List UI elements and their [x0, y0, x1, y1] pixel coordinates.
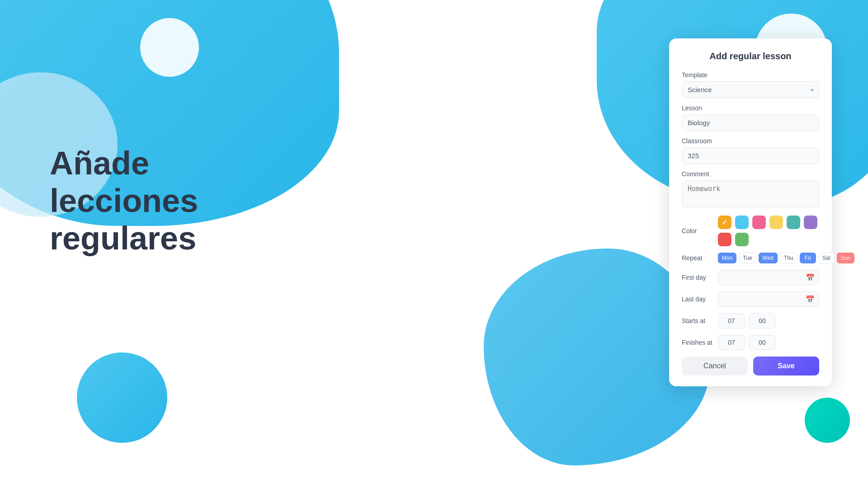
last-day-calendar-icon[interactable]: 📅 — [806, 295, 815, 304]
day-mon-button[interactable]: Mon — [718, 253, 736, 263]
classroom-field-group: Classroom — [682, 137, 819, 164]
starts-at-row: Starts at — [682, 313, 819, 328]
blob-white-topleft — [140, 18, 199, 77]
finishes-at-hour[interactable] — [718, 335, 745, 350]
day-sat-button[interactable]: Sat — [818, 253, 835, 263]
first-day-calendar-icon[interactable]: 📅 — [806, 273, 815, 282]
blob-bottom-right — [805, 398, 850, 443]
last-day-row: Last day 📅 — [682, 291, 819, 307]
color-pink[interactable] — [752, 216, 766, 229]
hero-section: Añade lecciones regulares — [50, 145, 285, 257]
color-dots — [718, 216, 819, 246]
last-day-input[interactable] — [718, 291, 819, 307]
save-button[interactable]: Save — [753, 357, 819, 375]
color-row: Color — [682, 216, 819, 246]
starts-at-label: Starts at — [682, 317, 718, 324]
day-sun-button[interactable]: Sun — [837, 253, 854, 263]
first-day-input[interactable] — [718, 270, 819, 285]
template-select[interactable]: Science — [682, 81, 819, 98]
color-label: Color — [682, 227, 718, 235]
day-wed-button[interactable]: Wed — [759, 253, 778, 263]
modal-title: Add regular lesson — [682, 51, 819, 61]
day-buttons: Mon Tue Wed Thu Fri Sat Sun — [718, 253, 854, 263]
lesson-field-group: Lesson — [682, 104, 819, 131]
template-label: Template — [682, 71, 819, 79]
color-yellow[interactable] — [769, 216, 783, 229]
hero-title: Añade lecciones regulares — [50, 145, 285, 257]
color-orange[interactable] — [718, 216, 731, 229]
cancel-button[interactable]: Cancel — [682, 357, 748, 375]
classroom-input[interactable] — [682, 147, 819, 164]
starts-at-minute[interactable] — [749, 313, 776, 328]
day-tue-button[interactable]: Tue — [739, 253, 756, 263]
finishes-at-inputs — [718, 335, 776, 350]
color-red[interactable] — [718, 233, 731, 246]
last-day-label: Last day — [682, 296, 718, 303]
comment-field-group: Comment — [682, 170, 819, 209]
template-field-group: Template Science ▾ — [682, 71, 819, 98]
day-thu-button[interactable]: Thu — [780, 253, 797, 263]
finishes-at-row: Finishes at — [682, 335, 819, 350]
comment-textarea[interactable] — [682, 180, 819, 207]
repeat-label: Repeat — [682, 254, 718, 262]
repeat-row: Repeat Mon Tue Wed Thu Fri Sat Sun — [682, 253, 819, 263]
finishes-at-minute[interactable] — [749, 335, 776, 350]
add-lesson-modal: Add regular lesson Template Science ▾ Le… — [669, 38, 832, 386]
first-day-input-wrapper: 📅 — [718, 270, 819, 285]
comment-label: Comment — [682, 170, 819, 178]
lesson-label: Lesson — [682, 104, 819, 112]
template-select-wrapper: Science ▾ — [682, 81, 819, 98]
starts-at-hour[interactable] — [718, 313, 745, 328]
color-purple[interactable] — [804, 216, 817, 229]
modal-footer: Cancel Save — [682, 357, 819, 375]
finishes-at-label: Finishes at — [682, 339, 718, 346]
blob-bottom-left — [77, 352, 167, 443]
day-fri-button[interactable]: Fri — [800, 253, 816, 263]
first-day-label: First day — [682, 274, 718, 281]
last-day-input-wrapper: 📅 — [718, 291, 819, 307]
first-day-row: First day 📅 — [682, 270, 819, 285]
starts-at-inputs — [718, 313, 776, 328]
color-cyan[interactable] — [735, 216, 749, 229]
color-green[interactable] — [735, 233, 749, 246]
color-teal[interactable] — [787, 216, 800, 229]
classroom-label: Classroom — [682, 137, 819, 145]
lesson-input[interactable] — [682, 114, 819, 131]
